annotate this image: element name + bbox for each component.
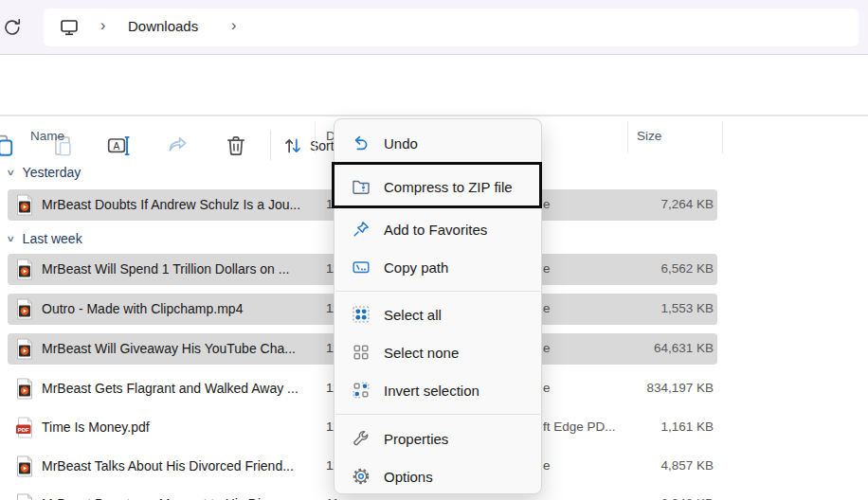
video-file-icon xyxy=(15,259,34,284)
file-size: 1,553 KB xyxy=(550,301,714,315)
file-size: 7,264 KB xyxy=(550,197,714,211)
breadcrumb-chevron-icon: › xyxy=(231,17,236,34)
copy-button[interactable] xyxy=(0,134,15,158)
rename-icon: A xyxy=(106,134,133,158)
breadcrumb-downloads[interactable]: Downloads xyxy=(128,18,198,34)
group-label: Last week xyxy=(23,231,82,246)
wrench-icon xyxy=(352,429,371,448)
video-file-icon xyxy=(15,194,34,220)
file-size: 6,562 KB xyxy=(550,261,714,276)
menu-item-label: Compress to ZIP file xyxy=(384,179,513,195)
column-divider[interactable] xyxy=(315,121,316,153)
share-icon xyxy=(166,134,190,158)
file-name: MrBeast Gets Flagrant and Walked Away ..… xyxy=(42,381,298,396)
pin-icon xyxy=(352,220,371,239)
delete-button[interactable] xyxy=(224,134,248,158)
see-more-dropdown-menu: Undo Compress to ZIP file Add to Favorit… xyxy=(334,118,542,494)
file-name: Outro - Made with Clipchamp.mp4 xyxy=(42,301,243,316)
gear-icon xyxy=(352,467,371,486)
toolbar-divider xyxy=(270,130,271,160)
menu-item-undo[interactable]: Undo xyxy=(336,124,539,162)
share-button[interactable] xyxy=(166,134,190,158)
column-divider[interactable] xyxy=(722,121,723,153)
select-all-icon xyxy=(352,305,371,324)
file-size: 834,197 KB xyxy=(550,381,714,395)
navigation-bar: › Downloads › xyxy=(0,0,868,55)
menu-item-label: Options xyxy=(384,469,433,485)
group-label: Yesterday xyxy=(23,165,81,180)
file-size: 64,631 KB xyxy=(550,341,714,355)
file-name: MrBeast Talks About His Divorced Friend.… xyxy=(42,458,294,473)
video-file-icon xyxy=(15,298,34,324)
menu-item-select-none[interactable]: Select none xyxy=(336,333,539,371)
menu-separator xyxy=(335,414,540,415)
date-fragment: 1 xyxy=(326,197,334,211)
file-name: MrBeast Will Giveaway His YouTube Cha... xyxy=(42,341,296,356)
video-file-icon xyxy=(15,493,34,500)
chevron-down-icon: ∨ xyxy=(6,234,15,243)
file-size: 4,857 KB xyxy=(550,458,714,473)
video-file-icon xyxy=(15,338,34,364)
svg-text:PDF: PDF xyxy=(18,427,29,433)
command-toolbar: A Sort ∨ xyxy=(0,56,868,116)
video-file-icon xyxy=(15,455,34,481)
menu-separator xyxy=(335,291,540,292)
svg-text:A: A xyxy=(114,141,120,152)
file-name: Time Is Money.pdf xyxy=(42,420,150,435)
menu-item-options[interactable]: Options xyxy=(336,457,539,495)
sort-arrows-icon xyxy=(282,135,303,156)
date-fragment: 11 xyxy=(326,496,339,500)
pdf-file-icon: PDF xyxy=(15,417,34,442)
menu-item-add-to-favorites[interactable]: Add to Favorites xyxy=(336,210,539,248)
file-name: MrBeast Donates a Moment to His Disc... xyxy=(42,496,285,500)
zip-folder-icon xyxy=(352,177,371,196)
address-bar[interactable]: › Downloads › xyxy=(44,9,859,46)
menu-item-label: Undo xyxy=(384,135,418,152)
copy-path-icon xyxy=(352,258,371,277)
menu-item-select-all[interactable]: Select all xyxy=(336,295,539,333)
menu-item-compress-to-zip[interactable]: Compress to ZIP file xyxy=(336,168,539,205)
group-header-last-week[interactable]: ∨ Last week xyxy=(8,229,82,248)
menu-item-copy-path[interactable]: Copy path xyxy=(336,248,539,286)
file-name: MrBeast Will Spend 1 Trillion Dollars on… xyxy=(42,261,289,277)
invert-selection-icon xyxy=(352,381,371,400)
menu-item-label: Invert selection xyxy=(384,383,479,399)
monitor-icon xyxy=(59,17,80,42)
file-explorer-window: › Downloads › A xyxy=(0,0,868,500)
column-header-name[interactable]: Name xyxy=(30,129,64,143)
menu-item-invert-selection[interactable]: Invert selection xyxy=(336,371,539,409)
menu-item-label: Copy path xyxy=(384,259,448,276)
group-header-yesterday[interactable]: ∨ Yesterday xyxy=(8,163,81,182)
breadcrumb-chevron-icon: › xyxy=(100,17,105,34)
chevron-down-icon: ∨ xyxy=(6,168,15,177)
undo-icon xyxy=(352,134,371,152)
trash-icon xyxy=(224,134,248,158)
select-none-icon xyxy=(352,343,371,362)
rename-button[interactable]: A xyxy=(106,134,131,158)
file-size: 1,161 KB xyxy=(550,420,714,434)
file-size: 6,948 KB xyxy=(550,496,714,500)
menu-item-label: Select none xyxy=(384,345,459,361)
menu-item-label: Properties xyxy=(384,431,448,447)
header-separator xyxy=(0,116,868,116)
refresh-button[interactable] xyxy=(2,17,25,40)
menu-item-label: Select all xyxy=(384,307,442,323)
copy-icon xyxy=(0,134,15,158)
menu-item-label: Add to Favorites xyxy=(384,222,487,238)
column-header-size[interactable]: Size xyxy=(637,129,661,143)
refresh-icon xyxy=(2,17,23,38)
video-file-icon xyxy=(15,378,34,403)
menu-item-properties[interactable]: Properties xyxy=(336,420,539,457)
column-divider[interactable] xyxy=(627,121,628,153)
file-name: MrBeast Doubts If Andrew Schulz Is a Jou… xyxy=(42,197,300,212)
